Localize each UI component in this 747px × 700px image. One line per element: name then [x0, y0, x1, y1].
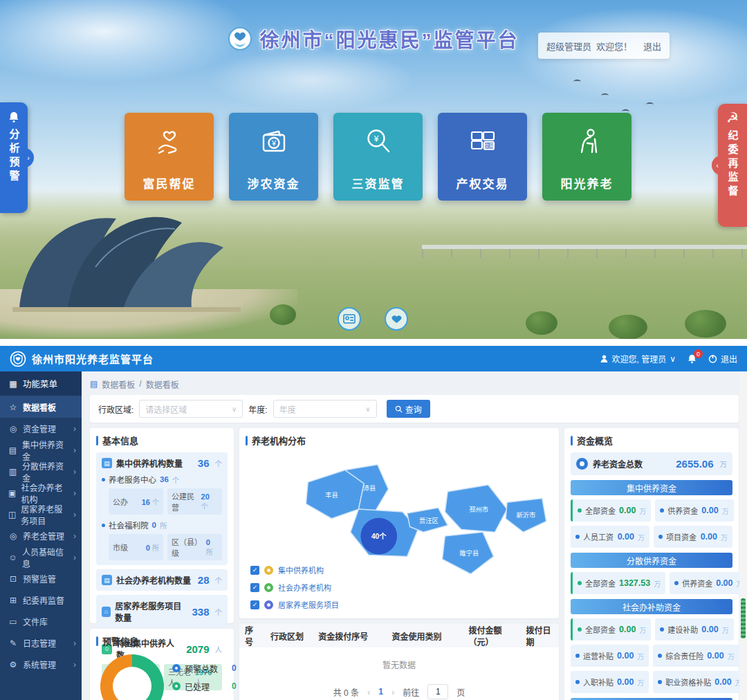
- hero-user-box: 超级管理员 欢迎您！ 退出: [538, 33, 670, 59]
- dot-icon: [660, 508, 664, 513]
- hero-logout-link[interactable]: 退出: [643, 39, 661, 53]
- warning-title: 预警信息: [102, 634, 138, 647]
- folder-icon: ▤: [8, 445, 17, 455]
- id-card-icon[interactable]: [338, 307, 361, 331]
- home-care-projects-card: ⌂ 居家养老服务项目数量 338 个: [96, 595, 228, 628]
- tile-three-assets[interactable]: ¥ 三资监管: [333, 113, 423, 201]
- chevron-right-icon[interactable]: ›: [23, 148, 34, 167]
- fund-cell: 项目资金 0.00 万: [654, 526, 732, 548]
- fund-cell: 全部资金 0.00 万: [571, 618, 651, 641]
- sidebar-item-dashboard[interactable]: ☆ 数据看板: [0, 396, 82, 418]
- year-label: 年度:: [248, 403, 267, 415]
- chevron-right-icon: ›: [73, 445, 76, 455]
- bird-decoration: [573, 80, 581, 84]
- hero-title: 徐州市“阳光惠民”监管平台: [259, 25, 519, 53]
- centralized-institutions-card: ▤ 集中供养机构数量 36 个 养老服务中心 36 个: [96, 452, 228, 565]
- pin-icon: [264, 566, 273, 575]
- goto-page-input[interactable]: [427, 684, 448, 699]
- chevron-right-icon: ›: [73, 424, 76, 434]
- legend-centralized-institutions[interactable]: ✓ 集中供养机构: [250, 564, 339, 575]
- chevron-down-icon: ∨: [670, 354, 676, 364]
- city-level-chip: 市级 0 所: [109, 534, 163, 560]
- filter-bar: 行政区域: 请选择区域 ∨ 年度: 年度 ∨ 查询: [90, 395, 739, 423]
- warning-donut-chart: [100, 654, 164, 700]
- svg-text:新沂市: 新沂市: [517, 511, 536, 519]
- sidebar-item-pension-mgmt[interactable]: ◎ 养老金管理 ›: [0, 525, 82, 546]
- hand-heart-icon: [154, 125, 185, 160]
- map-legend: ✓ 集中供养机构 ✓ 社会办养老机构 ✓: [250, 564, 339, 610]
- pagination: 共 0 条 ‹ 1 › 前往 页: [239, 684, 559, 699]
- current-page[interactable]: 1: [378, 687, 383, 697]
- county-level-chip: 区（县）级 0 所: [167, 534, 222, 560]
- sidebar-item-social-institutions[interactable]: ▣ 社会办养老机构 ›: [0, 482, 82, 504]
- checkbox-checked-icon[interactable]: ✓: [250, 566, 259, 575]
- sidebar-item-system-mgmt[interactable]: ⚙ 系统管理 ›: [0, 654, 82, 675]
- sidebar-item-discipline-supervision[interactable]: ⊞ 纪委再监督: [0, 589, 82, 611]
- scrollbar-track[interactable]: [739, 371, 747, 700]
- tile-helping-rich[interactable]: 富民帮促: [124, 113, 214, 201]
- grid-icon: ▦: [8, 379, 18, 389]
- dot-icon: [578, 627, 582, 632]
- sidebar-item-warning-supervision[interactable]: ⊡ 预警监管: [0, 568, 82, 589]
- page-unit: 页: [456, 686, 465, 698]
- sidebar-item-personnel-info[interactable]: ☺ 人员基础信息 ›: [0, 546, 82, 568]
- year-select[interactable]: 年度 ∨: [273, 400, 377, 418]
- notifications-button[interactable]: 0: [687, 353, 697, 364]
- user-menu[interactable]: 欢迎您, 管理员 ∨: [600, 353, 676, 365]
- tile-sunshine-eldercare[interactable]: 阳光养老: [542, 113, 631, 201]
- tile-label: 涉农资金: [248, 174, 300, 192]
- legend-social-institutions[interactable]: ✓ 社会办养老机构: [250, 582, 339, 593]
- dot-icon: [674, 581, 679, 585]
- funds-title: 资金概览: [577, 434, 613, 447]
- svg-text:¥: ¥: [373, 134, 378, 144]
- breadcrumb-root[interactable]: 数据看板: [102, 378, 135, 390]
- sidebar-item-centralized-funds[interactable]: ▤ 集中供养资金 ›: [0, 439, 82, 461]
- next-page-button[interactable]: ›: [391, 687, 394, 697]
- tile-label: 富民帮促: [143, 174, 196, 192]
- checkbox-checked-icon[interactable]: ✓: [250, 600, 259, 609]
- search-button[interactable]: 查询: [387, 400, 430, 418]
- svg-text:40个: 40个: [371, 532, 387, 540]
- dashboard-header: 徐州市阳光养老监管平台 欢迎您, 管理员 ∨ 0: [0, 346, 747, 371]
- tile-property-trade[interactable]: 交易 产权交易: [438, 113, 527, 201]
- coin-icon: ◎: [8, 424, 18, 434]
- title-bar: [571, 436, 573, 445]
- gear-icon: ⚙: [8, 660, 18, 670]
- party-emblem-icon: ☭: [726, 111, 739, 125]
- main-content: ▤ 数据看板 / 数据看板 行政区域: 请选择区域 ∨ 年度: 年度 ∨: [82, 371, 747, 700]
- logout-button[interactable]: 退出: [708, 353, 737, 365]
- dot-icon: [575, 654, 580, 658]
- service-center-row: 养老服务中心 36 个: [102, 474, 222, 485]
- analysis-warning-tab[interactable]: 分析预警 ›: [0, 102, 28, 213]
- sidebar-item-funds-mgmt[interactable]: ◎ 资金管理 ›: [0, 418, 82, 439]
- legend-home-care-projects[interactable]: ✓ 居家养老服务项目: [250, 599, 339, 610]
- scrollbar-thumb[interactable]: [741, 598, 746, 638]
- hero-banner: 徐州市“阳光惠民”监管平台 超级管理员 欢迎您！ 退出 分析预警 › ☭ 纪委再…: [0, 0, 747, 339]
- welfare-home-row: 社会福利院 0 所: [102, 519, 222, 531]
- sidebar-item-file-library[interactable]: ▭ 文件库: [0, 611, 82, 632]
- fund-cell: 职业资格补贴 0.00 万: [653, 671, 746, 693]
- tree-decoration: [609, 315, 647, 339]
- chevron-right-icon: ›: [73, 531, 76, 541]
- table-header-row: 序号 行政区划 资金拨付序号 资金使用类别 拨付金额（元） 拨付日期: [239, 624, 559, 647]
- svg-text:沛县: 沛县: [363, 484, 376, 492]
- discipline-supervision-tab[interactable]: ☭ 纪委再监督 ‹: [718, 104, 747, 227]
- chevron-left-icon[interactable]: ‹: [712, 156, 723, 175]
- monitor-icon: ◫: [8, 510, 16, 519]
- sidebar-item-home-care-projects[interactable]: ◫ 居家养老服务项目 ›: [0, 504, 82, 525]
- chevron-right-icon: ›: [73, 488, 76, 498]
- map-title: 养老机构分布: [252, 434, 306, 447]
- sidebar-item-log-mgmt[interactable]: ✎ 日志管理 ›: [0, 632, 82, 654]
- prev-page-button[interactable]: ‹: [367, 687, 370, 697]
- region-select[interactable]: 请选择区域 ∨: [139, 400, 243, 418]
- warning-total-stat: 预警总数 0 条: [172, 663, 248, 674]
- chevron-down-icon: ∨: [365, 405, 370, 413]
- heart-hands-icon[interactable]: [385, 307, 408, 331]
- menu-header: ▦ 功能菜单: [0, 371, 82, 396]
- checkbox-checked-icon[interactable]: ✓: [250, 583, 259, 592]
- sidebar-item-decentralized-funds[interactable]: ▥ 分散供养资金 ›: [0, 461, 82, 482]
- sidebar: ▦ 功能菜单 ☆ 数据看板 ◎ 资金管理 › ▤ 集中供养资金 › ▥ 分散供养…: [0, 371, 82, 700]
- welcome-text: 欢迎您！: [596, 39, 632, 53]
- tile-agri-funds[interactable]: ¥ 涉农资金: [229, 113, 318, 201]
- building-icon: ▣: [8, 488, 16, 498]
